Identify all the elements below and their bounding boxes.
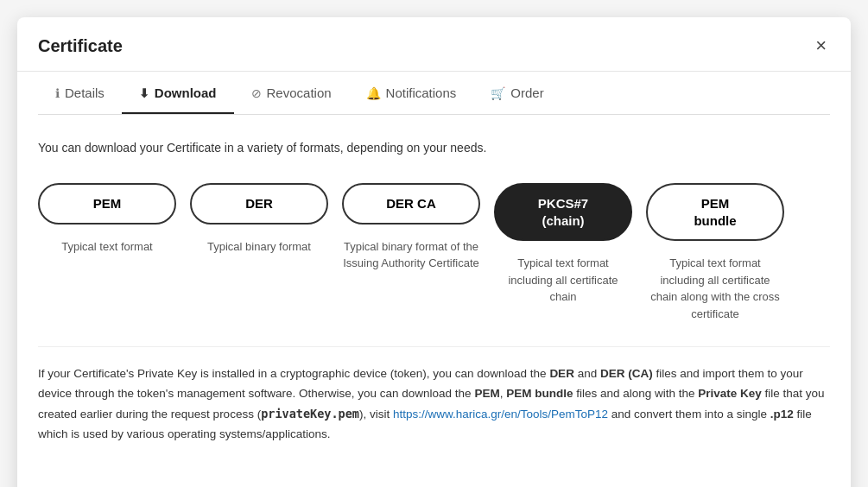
tab-notifications[interactable]: 🔔Notifications — [349, 72, 474, 114]
format-desc-pem-bundle: Typical text format including all certif… — [646, 255, 784, 322]
description-text: You can download your Certificate in a v… — [38, 139, 830, 157]
info-link[interactable]: https://www.harica.gr/en/Tools/PemToP12 — [393, 408, 608, 421]
format-desc-der: Typical binary format — [207, 238, 311, 256]
info-part3: files and along with the — [573, 387, 698, 400]
info-part5: ), visit — [359, 408, 393, 421]
certificate-modal: Certificate × ℹDetails⬇Download⊘Revocati… — [17, 17, 851, 487]
format-item-der: DERTypical binary format — [190, 183, 328, 255]
download-tab-icon: ⬇ — [139, 86, 149, 100]
order-tab-label: Order — [510, 85, 543, 100]
tab-details[interactable]: ℹDetails — [38, 72, 122, 114]
info-private-key: Private Key — [698, 387, 762, 400]
format-btn-pem-bundle[interactable]: PEM bundle — [646, 183, 784, 241]
download-tab-label: Download — [155, 85, 217, 100]
modal-title: Certificate — [38, 36, 123, 56]
details-tab-icon: ℹ — [55, 86, 60, 100]
info-p12: .p12 — [770, 408, 794, 421]
notifications-tab-icon: 🔔 — [366, 86, 381, 100]
format-desc-der-ca: Typical binary format of the Issuing Aut… — [342, 238, 480, 272]
details-tab-label: Details — [65, 85, 105, 100]
info-and: and — [574, 367, 600, 380]
format-btn-der-ca[interactable]: DER CA — [342, 183, 480, 225]
tab-download[interactable]: ⬇Download — [122, 72, 234, 114]
format-desc-pem: Typical text format — [61, 238, 152, 256]
format-btn-pkcs7[interactable]: PKCS#7 (chain) — [494, 183, 632, 241]
info-private-key-file: privateKey.pem — [261, 407, 359, 421]
format-item-pkcs7: PKCS#7 (chain)Typical text format includ… — [494, 183, 632, 306]
tab-revocation[interactable]: ⊘Revocation — [234, 72, 349, 114]
revocation-tab-icon: ⊘ — [251, 86, 262, 100]
tab-order[interactable]: 🛒Order — [473, 72, 561, 114]
revocation-tab-label: Revocation — [267, 85, 332, 100]
tab-bar: ℹDetails⬇Download⊘Revocation🔔Notificatio… — [38, 72, 830, 115]
order-tab-icon: 🛒 — [491, 86, 505, 100]
format-item-der-ca: DER CATypical binary format of the Issui… — [342, 183, 480, 272]
close-button[interactable]: × — [812, 33, 830, 59]
info-part6: and convert them into a single — [608, 408, 770, 421]
notifications-tab-label: Notifications — [386, 85, 457, 100]
format-buttons: PEMTypical text formatDERTypical binary … — [38, 183, 830, 322]
info-section: If your Certificate's Private Key is ins… — [38, 346, 830, 445]
info-der-ca: DER (CA) — [600, 367, 653, 380]
format-btn-pem[interactable]: PEM — [38, 183, 176, 225]
info-pem-bundle: PEM bundle — [506, 387, 573, 400]
format-item-pem-bundle: PEM bundleTypical text format including … — [646, 183, 784, 322]
modal-body: ℹDetails⬇Download⊘Revocation🔔Notificatio… — [17, 72, 851, 465]
info-pem: PEM — [474, 387, 499, 400]
format-item-pem: PEMTypical text format — [38, 183, 176, 255]
info-part1: If your Certificate's Private Key is ins… — [38, 367, 549, 380]
modal-header: Certificate × — [17, 17, 851, 72]
format-desc-pkcs7: Typical text format including all certif… — [494, 255, 632, 306]
format-btn-der[interactable]: DER — [190, 183, 328, 225]
info-der: DER — [549, 367, 574, 380]
